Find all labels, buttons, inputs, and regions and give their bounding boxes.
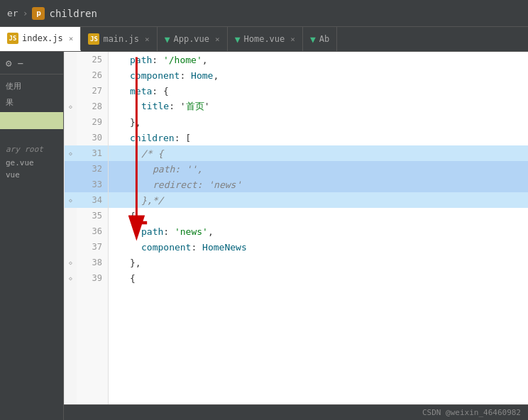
gutter-32 xyxy=(65,161,77,177)
vue-icon: ▼ xyxy=(165,34,170,45)
code-line-25: path: '/home', xyxy=(109,52,528,67)
line-num-35: 35 xyxy=(77,208,108,223)
minus-icon[interactable]: − xyxy=(17,57,23,69)
line-num-39: 39 xyxy=(77,270,108,286)
line-num-28: 28 xyxy=(77,99,108,114)
status-text: CSDN @weixin_46460982 xyxy=(422,408,521,417)
close-icon[interactable]: × xyxy=(69,34,74,43)
gutter-30 xyxy=(65,130,77,145)
code-line-35: { xyxy=(109,208,528,223)
sidebar-toolbar: ⚙ − xyxy=(0,52,63,74)
close-icon[interactable]: × xyxy=(290,35,295,44)
line-num-32: 32 xyxy=(77,161,108,177)
gutter-31: ◇ xyxy=(65,145,77,161)
line-num-31: 31 xyxy=(77,145,108,161)
code-line-38: }, xyxy=(109,255,528,270)
line-num-27: 27 xyxy=(77,83,108,99)
status-bar: CSDN @weixin_46460982 xyxy=(64,404,528,420)
line-num-29: 29 xyxy=(77,114,108,130)
gutter-38: ◇ xyxy=(65,255,77,270)
tab-label: index.js xyxy=(22,33,63,43)
tab-label: App.vue xyxy=(173,34,209,44)
gutter-27 xyxy=(65,83,77,99)
sidebar-file-1[interactable]: ge.vue xyxy=(0,157,63,169)
line-numbers: 25 26 27 28 29 30 31 32 33 34 35 36 37 3… xyxy=(77,52,109,404)
line-num-26: 26 xyxy=(77,67,108,83)
tab-label: Ab xyxy=(319,34,329,44)
code-content: ◇ ◇ ◇ ◇ ◇ 25 26 27 28 29 xyxy=(64,52,528,404)
page-title: children xyxy=(49,8,97,19)
breadcrumb: er › p children xyxy=(7,7,97,20)
main-area: ⚙ − 使用 果 ary root ge.vue vue ◇ ◇ xyxy=(0,52,528,420)
gutter-37 xyxy=(65,239,77,255)
js-icon: JS xyxy=(88,33,99,45)
code-line-28: title: '首页' xyxy=(109,99,528,114)
gear-icon[interactable]: ⚙ xyxy=(6,57,11,69)
line-num-30: 30 xyxy=(77,130,108,145)
gutter-25 xyxy=(65,52,77,67)
project-icon: p xyxy=(32,7,45,20)
sidebar: ⚙ − 使用 果 ary root ge.vue vue xyxy=(0,52,64,420)
line-num-33: 33 xyxy=(77,177,108,192)
code-line-34: },*/ xyxy=(109,192,528,208)
tab-home-vue[interactable]: ▼ Home.vue × xyxy=(228,27,303,51)
code-line-36: path: 'news', xyxy=(109,223,528,239)
gutter-28: ◇ xyxy=(65,99,77,114)
gutter-39: ◇ xyxy=(65,270,77,286)
code-line-31: /* { xyxy=(109,145,528,161)
code-line-33: redirect: 'news' xyxy=(109,177,528,192)
sidebar-label-2: 果 xyxy=(0,94,63,111)
code-line-37: component: HomeNews xyxy=(109,239,528,255)
gutter-33 xyxy=(65,177,77,192)
sidebar-note: ary root xyxy=(0,131,63,157)
line-num-38: 38 xyxy=(77,255,108,270)
tab-main-js[interactable]: JS main.js × xyxy=(81,27,157,51)
code-lines: path: '/home', component: Home, meta: { … xyxy=(109,52,528,404)
sidebar-file-2[interactable]: vue xyxy=(0,169,63,181)
gutter-26 xyxy=(65,67,77,83)
code-line-32: path: '', xyxy=(109,161,528,177)
tab-label: Home.vue xyxy=(243,34,285,44)
tab-index-js[interactable]: JS index.js × xyxy=(0,27,81,51)
sidebar-label-1: 使用 xyxy=(0,78,63,94)
js-icon: JS xyxy=(7,33,18,44)
vue-icon: ▼ xyxy=(235,34,241,45)
gutter-35 xyxy=(65,208,77,223)
gutter-column: ◇ ◇ ◇ ◇ ◇ xyxy=(64,52,77,404)
code-line-26: component: Home, xyxy=(109,67,528,83)
tab-bar: JS index.js × JS main.js × ▼ App.vue × ▼… xyxy=(0,27,528,52)
code-line-29: }, xyxy=(109,114,528,130)
tab-app-vue[interactable]: ▼ App.vue × xyxy=(158,27,228,51)
tab-ab[interactable]: ▼ Ab xyxy=(303,27,337,51)
gutter-36 xyxy=(65,223,77,239)
breadcrumb-part: er xyxy=(7,8,18,18)
line-num-36: 36 xyxy=(77,223,108,239)
tab-label: main.js xyxy=(103,34,139,44)
line-num-37: 37 xyxy=(77,239,108,255)
breadcrumb-arrow: › xyxy=(23,8,28,18)
code-editor: ◇ ◇ ◇ ◇ ◇ 25 26 27 28 29 xyxy=(64,52,528,420)
code-line-39: { xyxy=(109,270,528,286)
vue-icon: ▼ xyxy=(310,34,316,45)
close-icon[interactable]: × xyxy=(145,35,150,44)
code-line-30: children: [ xyxy=(109,130,528,145)
close-icon[interactable]: × xyxy=(215,35,220,44)
gutter-29 xyxy=(65,114,77,130)
title-bar: er › p children xyxy=(0,0,528,27)
line-num-25: 25 xyxy=(77,52,108,67)
gutter-34: ◇ xyxy=(65,192,77,208)
sidebar-content: 使用 果 ary root ge.vue vue xyxy=(0,74,63,420)
line-num-34: 34 xyxy=(77,192,108,208)
code-line-27: meta: { xyxy=(109,83,528,99)
